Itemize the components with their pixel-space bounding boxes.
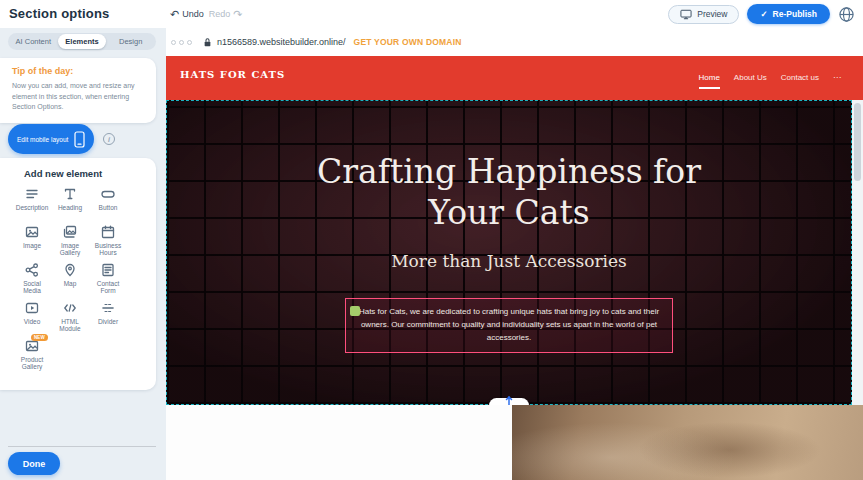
check-icon: ✓ [760, 9, 767, 19]
preview-button[interactable]: Preview [668, 5, 739, 24]
element-html-module[interactable]: HTML Module [51, 297, 89, 335]
history-controls: ↶ Undo Redo ↷ [170, 0, 242, 28]
element-label: Contact Form [90, 280, 127, 295]
tip-body: Now you can add, move and resize any ele… [12, 81, 144, 113]
redo-button[interactable]: Redo ↷ [209, 9, 243, 20]
business-hours-icon [100, 224, 116, 240]
divider-icon [100, 300, 116, 316]
section-options-panel: AI Content Elements Design Tip of the da… [0, 28, 166, 480]
phone-icon [74, 131, 85, 148]
element-label: Social Media [14, 280, 51, 295]
element-video[interactable]: Video [13, 297, 51, 335]
edit-mobile-label: Edit mobile layout [17, 136, 68, 143]
cat-photo-image [512, 405, 863, 480]
republish-button[interactable]: ✓ Re-Publish [747, 4, 830, 24]
site-header: Hats for Cats Home About Us Contact us ⋯ [166, 56, 863, 100]
element-map[interactable]: Map [51, 259, 89, 297]
preview-scrollbar-thumb[interactable] [854, 103, 861, 181]
add-new-element-card: Add new element Description Heading Butt… [0, 158, 156, 390]
window-dot-icon [171, 40, 176, 45]
redo-icon: ↷ [233, 9, 242, 20]
undo-icon: ↶ [170, 9, 179, 20]
panel-tabs: AI Content Elements Design [8, 33, 156, 50]
site-url: n1566589.websitebuilder.online/ [217, 37, 346, 47]
window-dot-icon [179, 40, 184, 45]
element-label: Description [14, 204, 51, 211]
redo-label: Redo [209, 9, 231, 19]
nav-home[interactable]: Home [699, 73, 720, 89]
page-title: Section options [9, 6, 110, 21]
contact-form-icon [100, 262, 116, 278]
done-button[interactable]: Done [8, 452, 60, 475]
element-grid: Description Heading Button Image Image G… [13, 183, 156, 373]
element-label: Button [90, 204, 127, 211]
new-badge: NEW [31, 334, 48, 341]
element-heading[interactable]: Heading [51, 183, 89, 221]
top-toolbar: Section options ↶ Undo Redo ↷ Preview ✓ … [0, 0, 863, 28]
element-label: Heading [52, 204, 89, 211]
ai-writer-icon[interactable] [350, 306, 360, 316]
panel-footer-divider [8, 446, 156, 447]
preview-label: Preview [697, 9, 727, 19]
element-business-hours[interactable]: Business Hours [89, 221, 127, 259]
element-label: Product Gallery [14, 356, 51, 371]
selected-hero-section[interactable]: Crafting Happiness for Your Cats More th… [166, 100, 852, 405]
preview-scrollbar-track [852, 100, 863, 405]
tip-of-the-day-card: Tip of the day: Now you can add, move an… [0, 58, 156, 123]
element-label: HTML Module [52, 318, 89, 333]
social-media-icon [24, 262, 40, 278]
element-label: Image Gallery [52, 242, 89, 257]
window-dot-icon [187, 40, 192, 45]
element-image[interactable]: Image [13, 221, 51, 259]
editor-canvas: n1566589.websitebuilder.online/ GET YOUR… [166, 28, 863, 480]
element-label: Map [52, 280, 89, 287]
top-actions: Preview ✓ Re-Publish [668, 0, 855, 28]
element-divider[interactable]: Divider [89, 297, 127, 335]
tab-design[interactable]: Design [106, 34, 155, 49]
tab-elements[interactable]: Elements [58, 34, 107, 49]
element-label: Video [14, 318, 51, 325]
video-icon [24, 300, 40, 316]
republish-label: Re-Publish [773, 9, 817, 19]
hero-heading[interactable]: Crafting Happiness for Your Cats [274, 151, 744, 234]
element-label: Business Hours [90, 242, 127, 257]
button-icon [100, 186, 116, 202]
site-nav: Home About Us Contact us ⋯ [699, 56, 842, 100]
map-pin-icon [62, 262, 78, 278]
element-social-media[interactable]: Social Media [13, 259, 51, 297]
globe-language-icon[interactable] [838, 6, 855, 23]
add-element-title: Add new element [24, 168, 156, 179]
hero-subheading[interactable]: More than Just Accessories [167, 251, 851, 271]
info-icon[interactable]: i [103, 133, 115, 145]
monitor-icon [680, 9, 692, 20]
browser-chrome-bar: n1566589.websitebuilder.online/ GET YOUR… [166, 28, 863, 56]
element-contact-form[interactable]: Contact Form [89, 259, 127, 297]
tip-heading: Tip of the day: [12, 66, 144, 76]
nav-more-icon[interactable]: ⋯ [833, 73, 841, 84]
hero-body-text: Hats for Cats, we are dedicated to craft… [359, 307, 659, 342]
edit-mobile-layout-button[interactable]: Edit mobile layout [8, 124, 94, 154]
element-button[interactable]: Button [89, 183, 127, 221]
hero-text-block[interactable]: Hats for Cats, we are dedicated to craft… [345, 298, 673, 353]
element-product-gallery[interactable]: NEW Product Gallery [13, 335, 51, 373]
element-label: Divider [90, 318, 127, 325]
element-image-gallery[interactable]: Image Gallery [51, 221, 89, 259]
site-logo[interactable]: Hats for Cats [180, 69, 285, 80]
html-module-icon [62, 300, 78, 316]
get-domain-link[interactable]: GET YOUR OWN DOMAIN [354, 37, 462, 47]
next-section[interactable] [166, 405, 863, 480]
element-label: Image [14, 242, 51, 249]
nav-contact-us[interactable]: Contact us [781, 73, 819, 84]
image-gallery-icon [62, 224, 78, 240]
description-icon [24, 186, 40, 202]
undo-label: Undo [182, 9, 204, 19]
tab-ai-content[interactable]: AI Content [9, 34, 58, 49]
image-icon [24, 224, 40, 240]
lock-icon [203, 37, 212, 48]
nav-about-us[interactable]: About Us [734, 73, 767, 84]
heading-icon [62, 186, 78, 202]
undo-button[interactable]: ↶ Undo [170, 9, 204, 20]
element-description[interactable]: Description [13, 183, 51, 221]
